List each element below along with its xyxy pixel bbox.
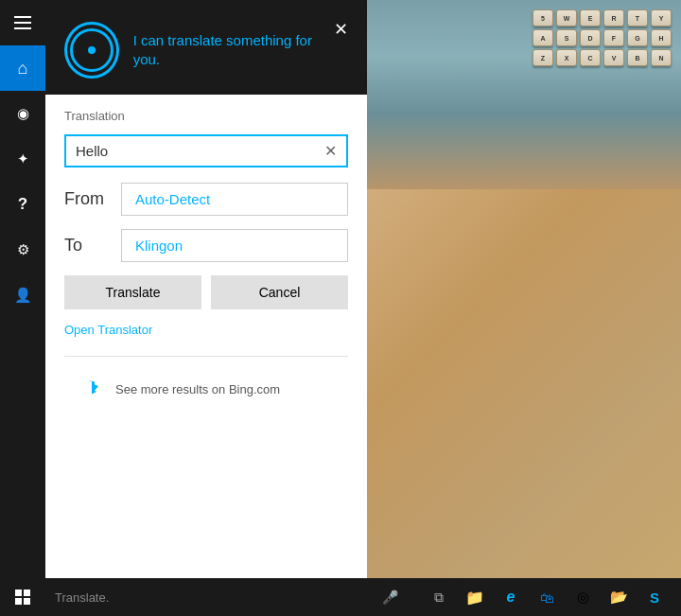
store-icon: 🛍 [540, 590, 554, 606]
divider [64, 356, 348, 357]
taskbar-search-area[interactable]: Translate. [45, 590, 367, 605]
card-title: Translation [64, 109, 348, 123]
taskbar-icon-store[interactable]: 🛍 [530, 578, 564, 616]
key-h: H [651, 29, 672, 46]
cortana-tagline: I can translate something for you. [133, 31, 334, 68]
start-square-4 [24, 598, 30, 605]
cancel-button[interactable]: Cancel [211, 275, 348, 309]
sidebar: ⌂ ◉ ✦ ? ⚙ 👤 [0, 0, 45, 616]
key-w: W [556, 9, 577, 26]
to-label: To [64, 236, 121, 255]
clear-input-button[interactable]: ✕ [324, 142, 337, 160]
home-icon: ⌂ [18, 59, 28, 79]
key-r: R [603, 9, 624, 26]
taskbar-app-icons: ⧉ 📁 e 🛍 ◎ 📂 S [412, 578, 681, 616]
key-row-3: Z X C V B N [369, 49, 672, 66]
bulb-icon: ✦ [17, 150, 29, 167]
sidebar-item-settings[interactable]: ⚙ [0, 227, 45, 273]
skype-icon: S [650, 590, 659, 606]
taskbar-search-text: Translate. [55, 590, 109, 605]
key-b: B [627, 49, 648, 66]
cortana-dot [88, 46, 96, 54]
to-value[interactable]: Klingon [121, 229, 348, 262]
translation-input[interactable] [76, 143, 324, 159]
edge-icon: e [507, 589, 515, 606]
to-row: To Klingon [64, 229, 348, 262]
bing-text: See more results on Bing.com [115, 382, 280, 396]
from-value[interactable]: Auto-Detect [121, 183, 348, 216]
taskbar: Translate. 🎤 ⧉ 📁 e 🛍 ◎ 📂 S [0, 578, 681, 616]
start-square-1 [15, 590, 22, 596]
key-e: E [580, 9, 601, 26]
typewriter-keys: 5 W E R T Y A S D F G H Z X C V B N [369, 9, 672, 161]
close-button[interactable]: ✕ [334, 19, 348, 40]
key-s: S [556, 29, 577, 46]
key-a: A [533, 29, 553, 46]
sidebar-item-camera[interactable]: ◉ [0, 91, 45, 136]
key-f: F [603, 29, 624, 46]
taskbar-icon-folder2[interactable]: 📂 [602, 578, 636, 616]
cortana-circle [64, 22, 119, 79]
start-square-3 [15, 598, 22, 605]
folder2-icon: 📂 [610, 589, 628, 606]
from-label: From [64, 189, 121, 209]
settings-icon: ⚙ [17, 241, 29, 258]
open-translator-link[interactable]: Open Translator [64, 323, 348, 337]
cortana-header: I can translate something for you. ✕ [45, 0, 367, 95]
typewriter-background: 5 W E R T Y A S D F G H Z X C V B N [359, 0, 681, 189]
bing-footer[interactable]: See more results on Bing.com [64, 366, 348, 412]
from-row: From Auto-Detect [64, 183, 348, 216]
search-input-wrap: ✕ [64, 134, 348, 167]
taskbar-icon-skype[interactable]: S [637, 578, 672, 616]
taskbar-icon-edge[interactable]: e [494, 578, 528, 616]
bing-icon [83, 378, 106, 400]
taskview-icon: ⧉ [434, 590, 444, 606]
translate-button[interactable]: Translate [64, 275, 201, 309]
camera-icon: ◉ [17, 105, 29, 122]
start-button[interactable] [0, 578, 45, 616]
key-5: 5 [533, 9, 553, 26]
taskbar-icon-taskview[interactable]: ⧉ [422, 578, 456, 616]
key-row-1: 5 W E R T Y [369, 9, 672, 26]
key-d: D [580, 29, 601, 46]
translation-card: Translation ✕ From Auto-Detect To Klingo… [45, 95, 367, 587]
key-t: T [627, 9, 648, 26]
sidebar-item-person[interactable]: 👤 [0, 273, 45, 318]
taskbar-icon-explorer[interactable]: 📁 [458, 578, 492, 616]
sidebar-item-bulb[interactable]: ✦ [0, 136, 45, 182]
hamburger-line-2 [14, 22, 31, 24]
key-g: G [627, 29, 648, 46]
chrome-icon: ◎ [577, 589, 589, 606]
key-c: C [580, 49, 601, 66]
taskbar-icon-mic[interactable]: 🎤 [373, 578, 407, 616]
key-row-2: A S D F G H [369, 29, 672, 46]
question-icon: ? [18, 195, 27, 214]
taskbar-icon-chrome[interactable]: ◎ [566, 578, 600, 616]
explorer-icon: 📁 [465, 589, 484, 607]
hamburger-line-1 [14, 16, 31, 18]
cortana-inner-ring [70, 28, 114, 72]
start-square-2 [24, 590, 30, 596]
hamburger-line-3 [14, 27, 31, 29]
cortana-panel: I can translate something for you. ✕ Tra… [45, 0, 367, 587]
sidebar-item-home[interactable]: ⌂ [0, 45, 45, 91]
key-x: X [556, 49, 577, 66]
key-n: N [651, 49, 672, 66]
key-y: Y [651, 9, 672, 26]
start-icon [15, 590, 30, 605]
sidebar-hamburger[interactable] [0, 0, 45, 45]
sidebar-item-question[interactable]: ? [0, 182, 45, 227]
action-buttons: Translate Cancel [64, 275, 348, 309]
key-z: Z [533, 49, 553, 66]
cortana-logo-area: I can translate something for you. [64, 22, 334, 79]
mic-icon: 🎤 [382, 590, 398, 605]
person-icon: 👤 [14, 287, 32, 304]
key-v: V [603, 49, 624, 66]
